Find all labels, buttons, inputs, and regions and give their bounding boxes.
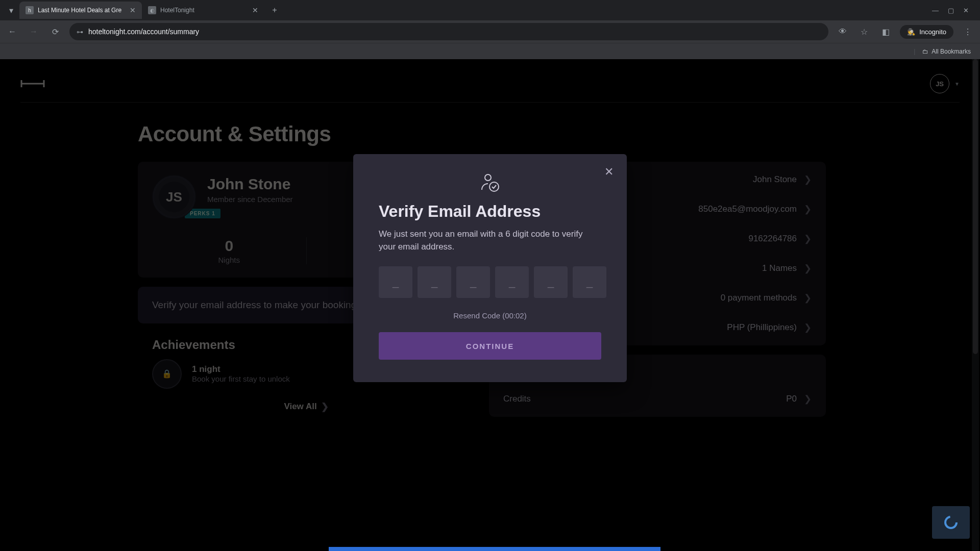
chevron-down-icon: ▼	[954, 81, 960, 87]
svg-point-0	[945, 517, 957, 528]
browser-chrome: ▾ h Last Minute Hotel Deals at Gre ✕ ◐ H…	[0, 0, 980, 59]
maximize-icon[interactable]: ▢	[948, 7, 954, 14]
eye-off-icon[interactable]: 👁	[836, 27, 850, 36]
view-all-link[interactable]: View All ❯	[138, 401, 475, 412]
modal-body: We just sent you an email with a 6 digit…	[379, 228, 601, 253]
new-tab-button[interactable]: +	[267, 3, 282, 17]
side-panel-icon[interactable]: ◧	[878, 27, 893, 37]
otp-input-group	[379, 266, 601, 298]
credits-row[interactable]: Credits P0❯	[489, 384, 826, 414]
incognito-icon: 🕵	[907, 28, 915, 36]
tab-search-dropdown[interactable]: ▾	[4, 3, 18, 17]
tab-title: HotelTonight	[160, 7, 248, 14]
site-info-icon[interactable]: ⊶	[77, 28, 83, 36]
tab-title: Last Minute Hotel Deals at Gre	[38, 7, 126, 14]
otp-digit-5[interactable]	[534, 266, 568, 298]
chevron-right-icon: ❯	[804, 174, 812, 185]
favicon-icon: ◐	[148, 6, 156, 14]
window-controls: — ▢ ✕	[932, 7, 976, 14]
stat-nights: 0 Nights	[152, 237, 307, 264]
resend-code-text: Resend Code (00:02)	[379, 311, 601, 320]
address-bar[interactable]: ⊶ hoteltonight.com/account/summary	[69, 23, 828, 40]
site-header: JS ▼	[0, 59, 980, 99]
chevron-right-icon: ❯	[804, 322, 812, 333]
bookmark-star-icon[interactable]: ☆	[857, 27, 871, 37]
chevron-right-icon: ❯	[804, 393, 812, 405]
url-text: hoteltonight.com/account/summary	[88, 28, 199, 36]
minimize-icon[interactable]: —	[932, 7, 939, 14]
otp-digit-1[interactable]	[379, 266, 412, 298]
achievement-title: 1 night	[192, 364, 290, 374]
page-title: Account & Settings	[138, 122, 980, 146]
chevron-right-icon: ❯	[804, 292, 812, 304]
svg-point-1	[485, 174, 491, 181]
brand-logo[interactable]	[20, 78, 45, 89]
chevron-right-icon: ❯	[804, 204, 812, 215]
reload-button[interactable]: ⟳	[48, 27, 62, 37]
close-window-icon[interactable]: ✕	[963, 7, 969, 14]
bookmarks-bar: | 🗀 All Bookmarks	[0, 43, 980, 59]
avatar: JS	[930, 74, 949, 93]
tab-strip: ▾ h Last Minute Hotel Deals at Gre ✕ ◐ H…	[0, 0, 980, 20]
lock-icon: 🔒	[152, 359, 182, 389]
chevron-right-icon: ❯	[804, 263, 812, 274]
member-since: Member since December	[207, 195, 293, 204]
folder-icon: 🗀	[922, 48, 928, 55]
modal-title: Verify Email Address	[379, 202, 601, 221]
bottom-notification-strip	[329, 547, 660, 551]
svg-point-2	[489, 182, 499, 191]
chevron-right-icon: ❯	[804, 233, 812, 244]
recaptcha-icon	[943, 515, 959, 530]
browser-toolbar: ← → ⟳ ⊶ hoteltonight.com/account/summary…	[0, 20, 980, 43]
forward-button[interactable]: →	[27, 27, 41, 36]
all-bookmarks-button[interactable]: 🗀 All Bookmarks	[922, 48, 971, 55]
kebab-menu-icon[interactable]: ⋮	[961, 27, 975, 37]
incognito-label: Incognito	[919, 28, 946, 36]
achievement-subtitle: Book your first stay to unlock	[192, 374, 290, 383]
user-verify-icon	[379, 172, 601, 193]
favicon-icon: h	[26, 6, 34, 14]
chevron-right-icon: ❯	[321, 401, 329, 412]
user-menu[interactable]: JS ▼	[930, 74, 960, 93]
recaptcha-badge[interactable]	[932, 506, 970, 539]
profile-name: John Stone	[207, 176, 293, 193]
browser-tab[interactable]: ◐ HotelTonight ✕	[142, 2, 264, 19]
continue-button[interactable]: CONTINUE	[379, 332, 601, 360]
otp-digit-2[interactable]	[418, 266, 451, 298]
close-tab-icon[interactable]: ✕	[130, 6, 136, 14]
bookmarks-divider: |	[914, 48, 915, 55]
avatar-large: JS	[152, 175, 196, 219]
close-modal-button[interactable]: ✕	[604, 165, 614, 179]
browser-tab-active[interactable]: h Last Minute Hotel Deals at Gre ✕	[19, 2, 142, 19]
otp-digit-6[interactable]	[573, 266, 606, 298]
otp-digit-3[interactable]	[456, 266, 490, 298]
otp-digit-4[interactable]	[495, 266, 529, 298]
back-button[interactable]: ←	[5, 27, 19, 36]
close-tab-icon[interactable]: ✕	[252, 6, 258, 14]
verify-email-modal: ✕ Verify Email Address We just sent you …	[353, 154, 627, 382]
all-bookmarks-label: All Bookmarks	[932, 48, 971, 55]
incognito-chip[interactable]: 🕵 Incognito	[900, 25, 953, 39]
